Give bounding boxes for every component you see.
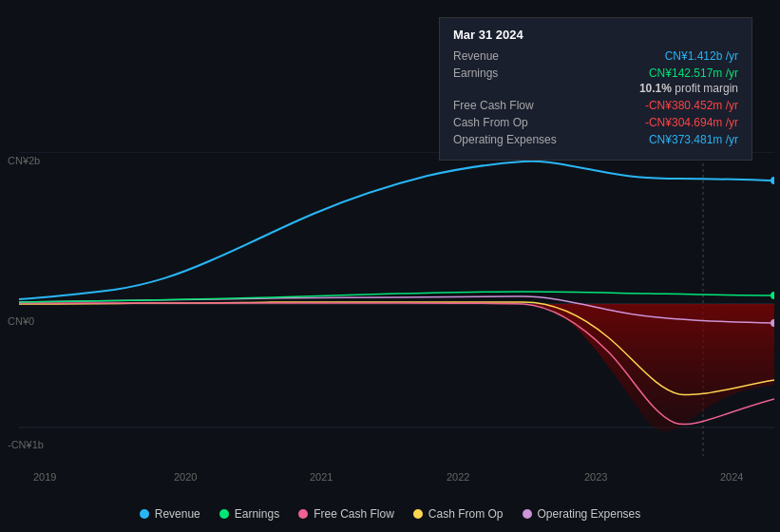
chart-container: Mar 31 2024 Revenue CN¥1.412b /yr Earnin… xyxy=(0,0,780,532)
earnings-legend-label: Earnings xyxy=(235,507,279,521)
opex-value: CN¥373.481m /yr xyxy=(649,133,738,146)
legend-fcf: Free Cash Flow xyxy=(298,507,394,521)
opex-label: Operating Expenses xyxy=(453,133,557,146)
tooltip-row-cashop: Cash From Op -CN¥304.694m /yr xyxy=(453,116,738,129)
tooltip-title: Mar 31 2024 xyxy=(453,28,738,42)
tooltip-row-opex: Operating Expenses CN¥373.481m /yr xyxy=(453,133,738,146)
earnings-dot xyxy=(770,292,774,299)
revenue-dot xyxy=(770,177,774,184)
cashop-legend-dot xyxy=(413,509,423,519)
tooltip-row-fcf: Free Cash Flow -CN¥380.452m /yr xyxy=(453,99,738,112)
revenue-label: Revenue xyxy=(453,49,499,63)
opex-legend-label: Operating Expenses xyxy=(538,507,641,521)
x-label-2022: 2022 xyxy=(447,471,469,483)
fcf-legend-label: Free Cash Flow xyxy=(314,507,394,521)
cashop-label: Cash From Op xyxy=(453,116,528,129)
fcf-value: -CN¥380.452m /yr xyxy=(645,99,738,112)
earnings-legend-dot xyxy=(219,509,229,519)
tooltip-row-earnings: Earnings CN¥142.517m /yr xyxy=(453,66,738,80)
revenue-line xyxy=(19,162,774,299)
x-label-2023: 2023 xyxy=(584,471,607,483)
legend-earnings: Earnings xyxy=(219,507,279,521)
tooltip: Mar 31 2024 Revenue CN¥1.412b /yr Earnin… xyxy=(439,17,752,161)
x-label-2021: 2021 xyxy=(310,471,333,483)
revenue-value: CN¥1.412b /yr xyxy=(665,49,738,63)
fcf-legend-dot xyxy=(298,509,308,519)
profit-margin: 10.1% profit margin xyxy=(639,82,738,95)
legend-opex: Operating Expenses xyxy=(523,507,641,521)
x-label-2019: 2019 xyxy=(33,471,56,483)
fcf-label: Free Cash Flow xyxy=(453,99,534,112)
legend-cashop: Cash From Op xyxy=(413,507,504,521)
revenue-legend-label: Revenue xyxy=(155,507,200,521)
x-label-2020: 2020 xyxy=(174,471,197,483)
cashop-legend-label: Cash From Op xyxy=(428,507,504,521)
legend-revenue: Revenue xyxy=(140,507,200,521)
chart-svg xyxy=(19,152,774,456)
revenue-legend-dot xyxy=(140,509,149,519)
negative-area xyxy=(523,304,774,431)
tooltip-row-revenue: Revenue CN¥1.412b /yr xyxy=(453,49,738,63)
x-label-2024: 2024 xyxy=(720,471,743,483)
cashop-value: -CN¥304.694m /yr xyxy=(645,116,738,129)
earnings-value: CN¥142.517m /yr xyxy=(649,66,738,80)
earnings-label: Earnings xyxy=(453,66,498,80)
legend: Revenue Earnings Free Cash Flow Cash Fro… xyxy=(0,507,780,521)
opex-legend-dot xyxy=(523,509,532,519)
profit-row: 10.1% profit margin xyxy=(453,82,738,95)
